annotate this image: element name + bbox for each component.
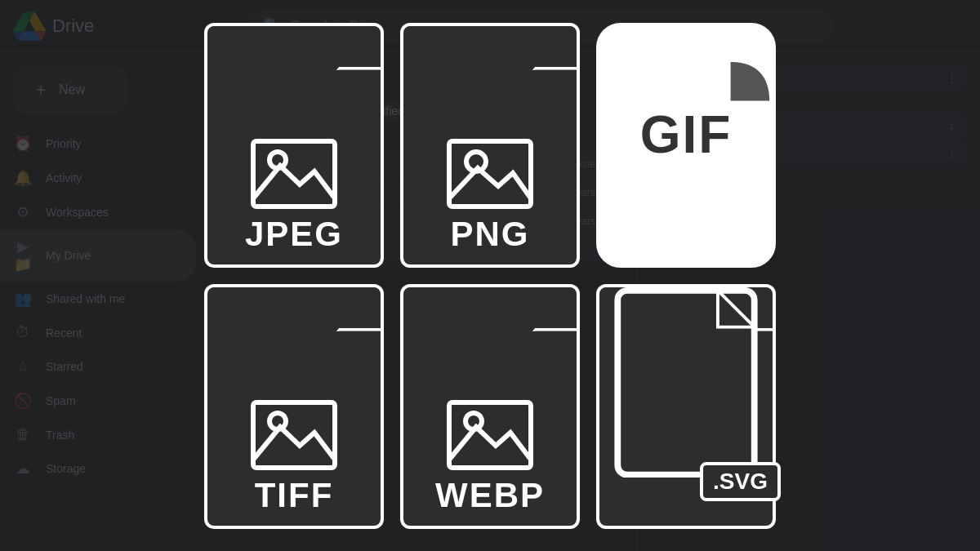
file-icons-grid: JPEG PNG GIF (188, 7, 792, 545)
svg-rect-5 (253, 402, 335, 468)
tiff-image-graphic (249, 398, 339, 472)
tiff-label: TIFF (255, 478, 334, 513)
jpeg-label: JPEG (245, 217, 343, 251)
svg-rect-7 (449, 402, 531, 468)
png-image-graphic (445, 137, 535, 211)
webp-icon: WEBP (400, 284, 580, 529)
png-label: PNG (450, 217, 529, 251)
svg-rect-2 (449, 141, 531, 207)
tiff-icon: TIFF (204, 284, 384, 529)
svg-icon: .SVG (596, 284, 776, 529)
webp-image-graphic (445, 398, 535, 472)
svg-document-shape (599, 287, 773, 478)
gif-label: GIF (640, 109, 733, 161)
png-icon: PNG (400, 23, 580, 268)
jpeg-image-graphic (249, 137, 339, 211)
jpeg-icon: JPEG (204, 23, 384, 268)
webp-label: WEBP (435, 478, 545, 513)
svg-badge: .SVG (700, 462, 781, 501)
file-format-overlay: JPEG PNG GIF (0, 0, 980, 551)
gif-icon: GIF (596, 23, 776, 268)
svg-rect-0 (253, 141, 335, 207)
